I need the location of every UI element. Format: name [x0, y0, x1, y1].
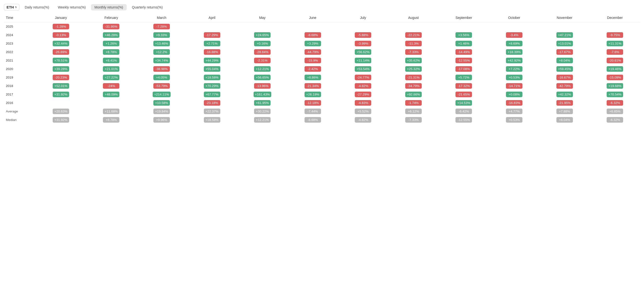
value-cell: +8.41%	[86, 56, 136, 65]
value-cell	[388, 22, 439, 31]
value-cell: -15.09%	[590, 73, 640, 82]
value-cell: +21.01%	[86, 65, 136, 73]
value-cell: +32.44%	[36, 39, 86, 48]
value-cell	[86, 99, 136, 107]
value-cell: -22.21%	[388, 31, 439, 39]
summary-cell: +31.92%	[36, 116, 86, 124]
value-cell: -14.71%	[489, 82, 540, 90]
value-cell: +0.16%	[237, 39, 288, 48]
value-cell	[540, 22, 590, 31]
value-cell: -7.33%	[388, 48, 439, 56]
value-cell: -2.31%	[237, 56, 288, 65]
value-cell: -38.98%	[136, 65, 187, 73]
value-cell: +1.46%	[439, 39, 489, 48]
value-cell: -14.49%	[439, 48, 489, 56]
value-cell: +46.28%	[86, 31, 136, 39]
value-cell: -1.74%	[388, 99, 439, 107]
value-cell: -6.32%	[590, 99, 640, 107]
value-cell: +59.45%	[540, 65, 590, 73]
value-cell: +78.51%	[36, 56, 86, 65]
tab-monthly[interactable]: Monthly returns(%)	[91, 4, 126, 10]
value-cell: +0.53%	[489, 73, 540, 82]
table-row: 2023+32.44%+1.26%+13.46%+2.71%+0.16%+3.2…	[4, 39, 640, 48]
summary-cell: +20.63%	[36, 107, 86, 116]
summary-cell: +30.22%	[237, 107, 288, 116]
summary-cell: +19.84%	[136, 107, 187, 116]
value-cell: +48.09%	[86, 90, 136, 99]
col-september: September	[439, 13, 489, 22]
value-cell: +161.43%	[237, 90, 288, 99]
summary-label: Average	[4, 107, 36, 116]
value-cell: +47.21%	[540, 31, 590, 39]
value-cell	[36, 99, 86, 107]
value-cell: -20.23%	[36, 73, 86, 82]
col-may: May	[237, 13, 288, 22]
summary-cell: +12.21%	[237, 116, 288, 124]
median-row: Median+31.92%+8.78%+9.96%+18.58%+12.21%-…	[4, 116, 640, 124]
col-january: January	[36, 13, 86, 22]
tab-daily[interactable]: Daily returns(%)	[21, 4, 52, 10]
value-cell: +42.32%	[540, 90, 590, 99]
main-container: ETH ⇅ Daily returns(%) Weekly returns(%)…	[0, 0, 644, 128]
value-cell: +12.2%	[136, 48, 187, 56]
table-row: 2022-26.89%+8.78%+12.2%-16.88%-28.84%-44…	[4, 48, 640, 56]
summary-cell: +22.37%	[187, 107, 237, 116]
table-row: 2017+31.92%+48.09%+214.11%+67.77%+161.43…	[4, 90, 640, 99]
col-april: April	[187, 13, 237, 22]
year-cell: 2025	[4, 22, 36, 31]
value-cell: -2.42%	[288, 65, 338, 73]
value-cell: +3.56%	[439, 31, 489, 39]
asset-selector[interactable]: ETH ⇅	[4, 4, 20, 10]
year-cell: 2022	[4, 48, 36, 56]
col-june: June	[288, 13, 338, 22]
value-cell: +13.46%	[136, 39, 187, 48]
value-cell	[187, 22, 237, 31]
value-cell: +70.29%	[187, 82, 237, 90]
value-cell: -27.29%	[338, 90, 388, 99]
value-cell: -21.65%	[439, 90, 489, 99]
summary-cell: +8.04%	[540, 116, 590, 124]
table-row: 2019-20.23%+27.22%+4.05%+18.58%+56.65%+8…	[4, 73, 640, 82]
year-cell: 2016	[4, 99, 36, 107]
value-cell: +8.69%	[489, 39, 540, 48]
value-cell: +31.92%	[36, 90, 86, 99]
value-cell: +44.29%	[187, 56, 237, 65]
value-cell: +214.11%	[136, 90, 187, 99]
summary-cell: +9.96%	[136, 116, 187, 124]
value-cell: -21.31%	[388, 73, 439, 82]
value-cell: -16.67%	[540, 73, 590, 82]
toolbar: ETH ⇅ Daily returns(%) Weekly returns(%)…	[4, 4, 640, 10]
value-cell: -26.89%	[36, 48, 86, 56]
tab-weekly[interactable]: Weekly returns(%)	[54, 4, 89, 10]
year-cell: 2021	[4, 56, 36, 65]
value-cell: +35.62%	[388, 56, 439, 65]
value-cell: +56.62%	[338, 48, 388, 56]
value-cell: -3.99%	[338, 39, 388, 48]
value-cell: +14.53%	[439, 99, 489, 107]
value-cell: +4.05%	[136, 73, 187, 82]
value-cell: +18.58%	[187, 73, 237, 82]
year-cell: 2024	[4, 31, 36, 39]
table-header-row: Time January February March April May Ju…	[4, 13, 640, 22]
value-cell: -21.34%	[288, 82, 338, 90]
tab-quarterly[interactable]: Quarterly returns(%)	[128, 4, 166, 10]
value-cell: -12.18%	[288, 99, 338, 107]
value-cell: +11.14%	[338, 56, 388, 65]
value-cell: +42.92%	[489, 56, 540, 65]
value-cell: +1.26%	[86, 39, 136, 48]
summary-cell: +6.12%	[388, 107, 439, 116]
summary-cell: -7.33%	[388, 116, 439, 124]
average-row: Average+20.63%+11.68%+19.84%+22.37%+30.2…	[4, 107, 640, 116]
value-cell: +56.65%	[237, 73, 288, 82]
value-cell: +9.33%	[136, 31, 187, 39]
value-cell	[237, 22, 288, 31]
col-december: December	[590, 13, 640, 22]
value-cell: +3.29%	[288, 39, 338, 48]
summary-cell: +8.78%	[86, 116, 136, 124]
value-cell: -8.68%	[288, 31, 338, 39]
table-row: 2025-1.28%-31.95%-7.28%	[4, 22, 640, 31]
value-cell: +55.04%	[187, 65, 237, 73]
value-cell: -34.79%	[388, 82, 439, 90]
value-cell: -11.3%	[388, 39, 439, 48]
value-cell	[439, 22, 489, 31]
